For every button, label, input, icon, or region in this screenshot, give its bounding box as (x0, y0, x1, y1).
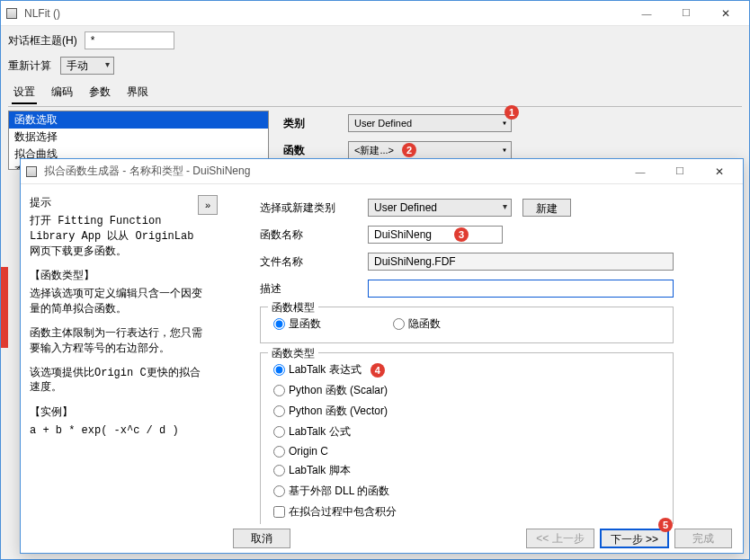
window-buttons (627, 2, 746, 25)
funcname-row: 函数名称 3 (260, 226, 728, 244)
filename-row: 文件名称 (260, 253, 728, 271)
wizard-right-panel: 选择或新建类别 User Defined 新建 函数名称 3 文件名称 描述 函… (217, 184, 743, 524)
hint-heading: 提示 (30, 195, 208, 210)
wizard-client: 提示 打开 Fitting Function Library App 以从 Or… (21, 184, 743, 524)
radio-external-dll[interactable]: 基于外部 DLL 的函数 (273, 484, 660, 499)
para-4: 该选项提供比Origin C更快的拟合速度。 (30, 366, 208, 396)
list-item[interactable]: 数据选择 (9, 129, 268, 146)
cancel-button[interactable]: 取消 (233, 529, 290, 548)
wizard-left-panel: 提示 打开 Fitting Function Library App 以从 Or… (21, 184, 217, 524)
titlebar: NLFit () (1, 1, 749, 26)
wizard-window-buttons (621, 160, 739, 183)
theme-row: 对话框主题(H) * (8, 31, 742, 49)
model-group-title: 函数模型 (268, 300, 318, 316)
minimize-button[interactable] (627, 2, 666, 25)
badge-1: 1 (504, 105, 519, 120)
description-row: 描述 (260, 280, 728, 298)
recalc-row: 重新计算 手动 (8, 57, 742, 75)
type-group-title: 函数类型 (268, 346, 318, 361)
category-label: 选择或新建类别 (260, 200, 368, 216)
red-sidebar-marker (1, 267, 8, 348)
new-category-button[interactable]: 新建 (522, 199, 571, 217)
para-3: 函数主体限制为一行表达行，您只需要输入方程等号的右边部分。 (30, 326, 208, 357)
function-builder-dialog: 拟合函数生成器 - 名称和类型 - DuiShiNeng 提示 打开 Fitti… (20, 158, 744, 554)
wizard-close-button[interactable] (700, 160, 739, 183)
category-select[interactable]: User Defined (348, 114, 512, 132)
check-integral[interactable]: 在拟合过程中包含积分 (273, 504, 660, 520)
app-icon (4, 6, 19, 21)
function-field: 函数 <新建...> 2 (283, 141, 728, 159)
funcname-label: 函数名称 (260, 227, 368, 243)
badge-2: 2 (402, 143, 416, 157)
category-row: 选择或新建类别 User Defined 新建 (260, 199, 728, 217)
expand-button[interactable]: » (198, 195, 218, 215)
filename-input (368, 253, 674, 271)
category-select[interactable]: User Defined (368, 199, 512, 217)
category-field: 类别 User Defined 1 (283, 114, 728, 132)
section-example: 【实例】 (30, 404, 208, 420)
radio-labtalk-script[interactable]: LabTalk 脚本 (273, 463, 660, 478)
tab-code[interactable]: 编码 (49, 82, 75, 104)
funcname-input[interactable] (368, 226, 503, 244)
tab-bounds[interactable]: 界限 (125, 82, 150, 104)
finish-button[interactable]: 完成 (674, 529, 732, 548)
hint-text-1: 打开 Fitting Function Library App 以从 Origi… (30, 214, 208, 259)
description-label: 描述 (260, 281, 368, 297)
para-2: 选择该选项可定义编辑只含一个因变量的简单拟合函数。 (30, 287, 208, 317)
example-code: a + b * exp( -x^c / d ) (30, 423, 208, 439)
next-button[interactable]: 下一步 >> (600, 529, 669, 548)
theme-select[interactable]: * (85, 31, 174, 49)
recalc-select[interactable]: 手动 (60, 57, 114, 75)
radio-implicit[interactable]: 隐函数 (393, 316, 441, 332)
function-label: 函数 (283, 143, 348, 158)
app-icon (24, 164, 39, 179)
badge-4: 4 (371, 363, 385, 378)
close-button[interactable] (706, 2, 746, 25)
list-item[interactable]: 函数选取 (9, 111, 268, 129)
wizard-maximize-button[interactable] (660, 160, 700, 183)
tab-settings[interactable]: 设置 (12, 82, 37, 104)
prev-button[interactable]: << 上一步 (526, 529, 594, 548)
radio-labtalk-formula[interactable]: LabTalk 公式 (273, 424, 660, 440)
wizard-minimize-button[interactable] (621, 160, 660, 183)
radio-explicit[interactable]: 显函数 (273, 316, 321, 332)
window-title: NLFit () (24, 7, 627, 20)
badge-3: 3 (454, 227, 469, 242)
radio-labtalk-expr[interactable]: LabTalk 表达式 4 (273, 362, 660, 378)
filename-label: 文件名称 (260, 254, 368, 270)
tab-params[interactable]: 参数 (87, 82, 112, 104)
description-input[interactable] (368, 280, 674, 298)
radio-python-vector[interactable]: Python 函数 (Vector) (273, 404, 660, 419)
tabs: 设置 编码 参数 界限 (8, 80, 742, 107)
function-select[interactable]: <新建...> (348, 141, 512, 159)
maximize-button[interactable] (666, 2, 706, 25)
wizard-title: 拟合函数生成器 - 名称和类型 - DuiShiNeng (44, 164, 621, 179)
model-group: 函数模型 显函数 隐函数 (260, 307, 674, 343)
radio-python-scalar[interactable]: Python 函数 (Scalar) (273, 383, 660, 398)
category-label: 类别 (283, 116, 348, 131)
recalc-label: 重新计算 (8, 58, 51, 74)
section-func-type: 【函数类型】 (30, 268, 208, 283)
type-group: 函数类型 LabTalk 表达式 4 Python 函数 (Scalar) Py… (260, 352, 674, 524)
wizard-titlebar: 拟合函数生成器 - 名称和类型 - DuiShiNeng (21, 159, 743, 184)
radio-origin-c[interactable]: Origin C (273, 445, 660, 458)
wizard-footer: 取消 << 上一步 下一步 >> 5 完成 (21, 524, 743, 553)
theme-label: 对话框主题(H) (8, 33, 77, 49)
badge-5: 5 (658, 518, 673, 532)
